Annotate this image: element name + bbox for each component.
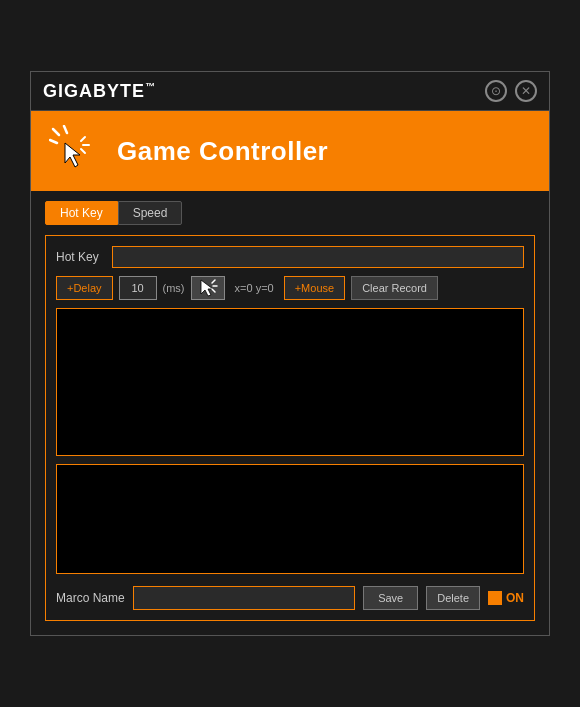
- svg-line-2: [64, 126, 67, 133]
- inner-panel: Hot Key +Delay (ms) x=0 y=0 +Mouse: [45, 235, 535, 621]
- main-window: GIGABYTE™ ⊙ ✕ Game Controller: [30, 71, 550, 636]
- save-button[interactable]: Save: [363, 586, 418, 610]
- coords-label: x=0 y=0: [235, 282, 274, 294]
- tabs-container: Hot Key Speed: [45, 201, 535, 225]
- ms-label: (ms): [163, 282, 185, 294]
- game-controller-icon: [49, 125, 101, 177]
- record-area-main: [56, 308, 524, 456]
- hotkey-row: Hot Key: [56, 246, 524, 268]
- clear-record-button[interactable]: Clear Record: [351, 276, 438, 300]
- titlebar: GIGABYTE™ ⊙ ✕: [31, 72, 549, 111]
- controls-row: +Delay (ms) x=0 y=0 +Mouse Clear Record: [56, 276, 524, 300]
- record-area-secondary: [56, 464, 524, 574]
- titlebar-controls: ⊙ ✕: [485, 80, 537, 102]
- delete-button[interactable]: Delete: [426, 586, 480, 610]
- header-banner: Game Controller: [31, 111, 549, 191]
- delay-button[interactable]: +Delay: [56, 276, 113, 300]
- svg-rect-11: [490, 593, 500, 603]
- marco-name-input[interactable]: [133, 586, 355, 610]
- svg-line-6: [81, 149, 85, 153]
- delay-input[interactable]: [119, 276, 157, 300]
- hotkey-label: Hot Key: [56, 250, 104, 264]
- mouse-button[interactable]: +Mouse: [284, 276, 345, 300]
- app-logo: GIGABYTE™: [43, 81, 156, 102]
- svg-line-4: [81, 137, 85, 141]
- svg-line-10: [212, 289, 215, 292]
- logo-trademark: ™: [145, 81, 156, 92]
- close-button[interactable]: ✕: [515, 80, 537, 102]
- svg-marker-7: [201, 280, 213, 296]
- bottom-row: Marco Name Save Delete ON: [56, 582, 524, 610]
- tab-speed[interactable]: Speed: [118, 201, 183, 225]
- marco-name-label: Marco Name: [56, 591, 125, 605]
- header-icon: [49, 125, 101, 177]
- on-toggle[interactable]: ON: [488, 591, 524, 605]
- on-checkbox-icon: [488, 591, 502, 605]
- minimize-button[interactable]: ⊙: [485, 80, 507, 102]
- hotkey-input[interactable]: [112, 246, 524, 268]
- tab-hotkey[interactable]: Hot Key: [45, 201, 118, 225]
- main-content: Hot Key Speed Hot Key +Delay (ms): [31, 191, 549, 635]
- svg-line-1: [50, 140, 57, 143]
- svg-marker-3: [65, 143, 80, 167]
- cursor-icon: [198, 278, 218, 298]
- on-label: ON: [506, 591, 524, 605]
- checkbox-check-icon: [490, 593, 500, 603]
- mouse-cursor-button[interactable]: [191, 276, 225, 300]
- logo-text: GIGABYTE: [43, 81, 145, 101]
- svg-line-8: [212, 280, 215, 283]
- header-title: Game Controller: [117, 136, 328, 167]
- svg-line-0: [53, 129, 59, 135]
